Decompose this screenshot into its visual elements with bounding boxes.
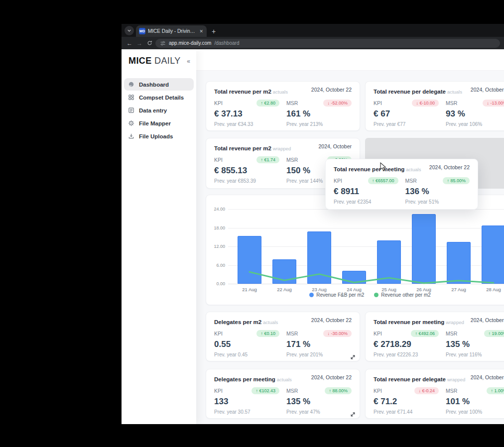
msr-prev-year: Prev. year 213% — [286, 121, 352, 127]
kpi-card-delegates-per-meeting-actuals[interactable]: Delegates per meetingactuals2024, Octobe… — [206, 369, 360, 419]
msr-head: MSR↑ 19.00% — [446, 330, 504, 337]
url-host: app.mice-daily.com — [169, 40, 211, 46]
kpi-value: € 37.13 — [214, 109, 279, 119]
msr-label: MSR — [286, 100, 298, 106]
delta-badge: ↑ 85.00% — [443, 177, 470, 184]
sidebar-item-dashboard[interactable]: Dashboard — [124, 78, 194, 91]
kpi-value: 133 — [214, 397, 279, 407]
resize-handle-icon[interactable] — [350, 353, 356, 358]
msr-value: 135 % — [286, 397, 352, 407]
upload-icon — [128, 133, 134, 139]
kpi-column: KPI↑ €2.80€ 37.13Prev. year €34.33 — [214, 100, 279, 127]
msr-prev-year: Prev. year 51% — [405, 199, 470, 205]
msr-column: MSR↓ -30.00%171 %Prev. year 201% — [286, 330, 352, 357]
msr-value: 135 % — [446, 339, 504, 349]
card-title-suffix: actuals — [273, 89, 288, 95]
msr-column: MSR↓ -52.00%161 %Prev. year 213% — [286, 100, 352, 127]
card-title: Total revenue per delegate — [374, 89, 446, 95]
back-icon[interactable]: ← — [126, 39, 133, 47]
sidebar-item-data-entry[interactable]: Data entry — [124, 104, 194, 116]
kpi-prev-year: Prev. year €71.44 — [374, 409, 439, 415]
tab-search-button[interactable] — [125, 26, 134, 35]
msr-prev-year: Prev. year 106% — [446, 121, 504, 127]
delta-badge: ↑ 88.00% — [325, 387, 352, 394]
kpi-card-total-revenue-per-meeting-wrapped[interactable]: Total revenue per meetingwrapped2024, Oc… — [365, 312, 504, 361]
card-head: Total revenue per meetingactuals2024, Oc… — [334, 164, 470, 173]
chevron-down-icon — [127, 28, 131, 33]
sidebar-collapse-icon[interactable]: « — [187, 58, 190, 65]
x-axis-label: 23 Aug — [302, 287, 337, 292]
msr-column: MSR↑ 88.00%135 %Prev. year 47% — [286, 387, 352, 415]
kpi-prev-year: Prev. year €34.33 — [214, 121, 279, 127]
kpi-column: KPI↓ €-10.00€ 67Prev. year €77 — [374, 100, 439, 127]
msr-head: MSR↓ -30.00% — [286, 330, 352, 337]
resize-handle-icon[interactable] — [350, 410, 356, 416]
card-title-wrap: Total revenue per meetingwrapped — [374, 317, 464, 326]
legend-item[interactable]: Revenue other per m2 — [374, 292, 431, 298]
kpi-head: KPI↓ €-0.24 — [374, 387, 439, 394]
kpi-column: KPI↑ €102.43133Prev. year 30.57 — [214, 387, 279, 415]
sidebar-item-compset-details[interactable]: Compset Details — [124, 91, 194, 104]
list-icon — [128, 107, 134, 113]
card-date: 2024, October 22 — [471, 374, 504, 380]
msr-column: MSR↑ 19.00%135 %Prev. year 116% — [446, 330, 504, 357]
msr-label: MSR — [446, 331, 457, 336]
tab-bar: MD MICE Daily - Driving performan ✕ + — [122, 24, 504, 37]
line-series — [229, 209, 504, 284]
msr-prev-year: Prev. year 116% — [446, 352, 504, 357]
delta-badge: ↑ €6557.00 — [368, 177, 398, 184]
card-metrics: KPI↑ €0.100.55Prev. year 0.45MSR↓ -30.00… — [214, 330, 352, 357]
kpi-prev-year: Prev. year 30.57 — [214, 409, 279, 415]
legend-item[interactable]: Revenue F&B per m2 — [309, 292, 364, 298]
card-title-wrap: Delegates per meetingactuals — [214, 374, 292, 383]
kpi-head: KPI↑ €6557.00 — [334, 177, 398, 184]
card-head: Total revenue per delegatewrapped2024, O… — [374, 374, 504, 383]
kpi-card-delegates-per-m2-actuals[interactable]: Delegates per m2actuals2024, October 22K… — [206, 312, 360, 361]
browser-tab[interactable]: MD MICE Daily - Driving performan ✕ — [136, 25, 207, 37]
refresh-glyph — [147, 40, 152, 46]
refresh-icon[interactable] — [145, 39, 153, 47]
chart-card[interactable]: 0.006.0012.0018.0024.0021 Aug22 Aug23 Au… — [206, 195, 504, 305]
kpi-card-total-revenue-per-delegate-actuals[interactable]: Total revenue per delegateactuals2024, O… — [365, 81, 504, 131]
kpi-label: KPI — [214, 100, 223, 106]
legend-dot-icon — [374, 293, 378, 297]
address-bar[interactable]: app.mice-daily.com/dashboard — [155, 39, 500, 48]
legend-label: Revenue other per m2 — [381, 292, 431, 298]
card-date: 2024, October 22 — [311, 317, 352, 323]
kpi-card-total-revenue-per-m2-actuals[interactable]: Total revenue per m2actuals2024, October… — [206, 81, 360, 131]
card-title: Delegates per m2 — [214, 319, 261, 325]
msr-head: MSR↑ 1.00% — [446, 387, 504, 394]
tab-title: MICE Daily - Driving performan — [148, 28, 196, 34]
tab-close-icon[interactable]: ✕ — [199, 29, 204, 34]
msr-prev-year: Prev. year 100% — [446, 409, 504, 415]
sidebar-item-file-uploads[interactable]: File Uploads — [124, 130, 194, 142]
kpi-label: KPI — [374, 100, 382, 106]
logo-primary: MICE — [128, 56, 152, 66]
x-axis-label: 25 Aug — [372, 287, 406, 292]
chart-plot — [229, 209, 504, 284]
legend-label: Revenue F&B per m2 — [316, 292, 364, 298]
delta-badge: ↓ -52.00% — [323, 100, 352, 107]
kpi-card-total-revenue-per-delegate-wrapped[interactable]: Total revenue per delegatewrapped2024, O… — [365, 369, 504, 419]
card-title: Total revenue per m2 — [214, 89, 271, 95]
mouse-cursor-icon — [380, 162, 386, 173]
forward-icon[interactable]: → — [135, 39, 143, 47]
site-settings-icon — [160, 40, 166, 46]
kpi-prev-year: Prev. year €2226.23 — [374, 352, 439, 357]
url-bar: ← → app.mice-daily.com/dashboard — [122, 37, 504, 49]
card-title-wrap: Delegates per m2actuals — [214, 317, 278, 326]
new-tab-button[interactable]: + — [212, 28, 216, 35]
dashboard-main: Total revenue per m2actuals2024, October… — [196, 49, 504, 424]
y-axis-tick: 0.00 — [209, 281, 225, 286]
sidebar-item-file-mapper[interactable]: File Mapper — [124, 117, 194, 129]
y-axis-tick: 24.00 — [209, 207, 225, 212]
kpi-label: KPI — [374, 331, 382, 336]
url-path: /dashboard — [214, 40, 239, 46]
card-title: Total revenue per m2 — [214, 145, 271, 151]
gridline — [228, 284, 504, 284]
kpi-label: KPI — [214, 331, 223, 336]
card-metrics: KPI↑ €492.06€ 2718.29Prev. year €2226.23… — [374, 330, 504, 357]
card-metrics: KPI↑ €102.43133Prev. year 30.57MSR↑ 88.0… — [214, 387, 352, 415]
delta-badge: ↑ 19.00% — [484, 330, 504, 337]
msr-label: MSR — [446, 100, 457, 106]
